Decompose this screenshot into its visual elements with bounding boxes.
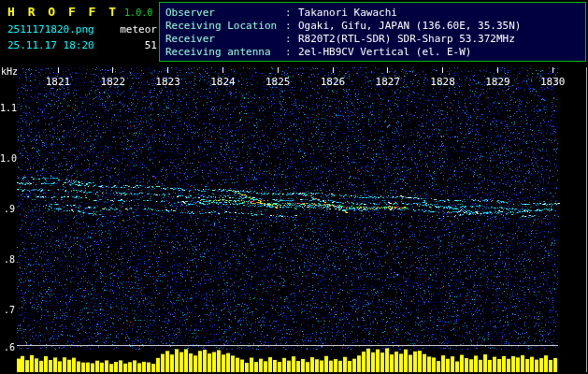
file-row: 2511171820.png meteor — [7, 23, 157, 36]
info-colon: : — [285, 33, 298, 46]
info-value: 2el-HB9CV Vertical (el. E-W) — [298, 46, 471, 59]
observer-info-panel: Observer : Takanori Kawachi Receiving Lo… — [159, 2, 586, 62]
app-title: H R O F F T — [7, 5, 119, 19]
output-filename: 2511171820.png — [7, 23, 94, 36]
app-version: 1.0.0 — [124, 7, 152, 18]
info-row-antenna: Receiving antenna : 2el-HB9CV Vertical (… — [165, 46, 585, 59]
info-label: Receiving antenna — [165, 46, 285, 59]
header: H R O F F T 1.0.0 2511171820.png meteor … — [0, 0, 588, 65]
info-label: Receiver — [165, 33, 285, 46]
time-row: 25.11.17 18:20 51 — [7, 39, 157, 51]
info-row-observer: Observer : Takanori Kawachi — [165, 7, 585, 20]
info-colon: : — [285, 7, 298, 20]
info-row-receiver: Receiver : R820T2(RTL-SDR) SDR-Sharp 53.… — [165, 33, 585, 46]
hrofft-output: H R O F F T 1.0.0 2511171820.png meteor … — [0, 0, 588, 374]
info-colon: : — [285, 46, 298, 59]
info-label: Observer — [165, 7, 285, 20]
mode-label: meteor — [120, 23, 157, 36]
echo-count: 51 — [145, 39, 157, 51]
header-left: H R O F F T 1.0.0 2511171820.png meteor … — [6, 3, 159, 61]
info-row-location: Receiving Location : Ogaki, Gifu, JAPAN … — [165, 20, 585, 33]
info-label: Receiving Location — [165, 20, 285, 33]
info-value: R820T2(RTL-SDR) SDR-Sharp 53.372MHz — [298, 33, 515, 46]
timestamp: 25.11.17 18:20 — [7, 39, 94, 51]
title-row: H R O F F T 1.0.0 — [7, 5, 157, 19]
info-value: Takanori Kawachi — [298, 7, 397, 20]
info-value: Ogaki, Gifu, JAPAN (136.60E, 35.35N) — [298, 20, 521, 33]
info-colon: : — [285, 20, 298, 33]
